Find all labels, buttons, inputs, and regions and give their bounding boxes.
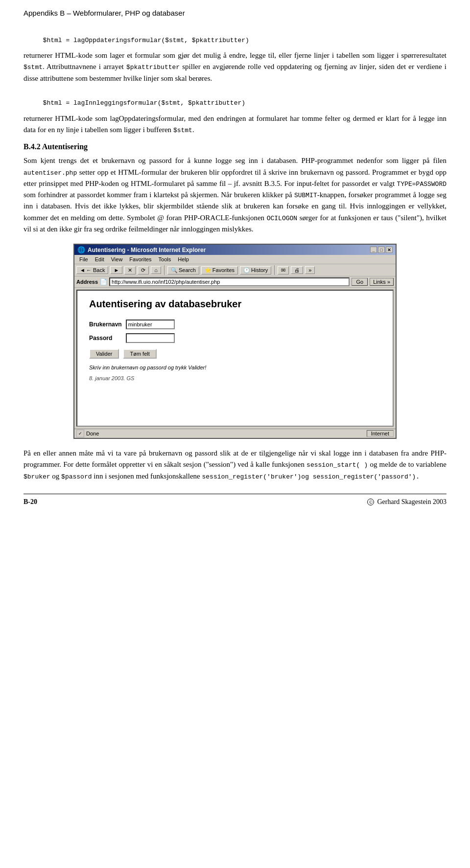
status-zone: Internet	[367, 430, 394, 437]
back-label: ← Back	[86, 267, 105, 273]
browser-content: Autentisering av databasebruker Brukerna…	[76, 290, 394, 427]
browser-titlebar: 🌐 Autentisering - Microsoft Internet Exp…	[74, 245, 396, 255]
go-button[interactable]: Go	[352, 278, 368, 286]
body-paragraph-3: Som kjent trengs det et brukernavn og pa…	[24, 155, 446, 235]
menu-tools[interactable]: Tools	[156, 256, 174, 263]
search-icon: 🔍	[171, 267, 178, 274]
form-buttons: Valider Tøm felt	[89, 349, 381, 359]
toolbar-separator-1	[164, 265, 164, 275]
help-text: Skriv inn brukernavn og passord og trykk…	[89, 365, 381, 370]
body-paragraph-4: På en eller annen måte må vi ta vare på …	[24, 448, 446, 482]
ie-icon: 🌐	[77, 246, 85, 253]
address-label: Address	[76, 279, 98, 285]
status-text: Done	[86, 431, 365, 436]
username-label: Brukernavn	[89, 318, 126, 331]
table-row: Brukernavn	[89, 318, 179, 331]
code-block-2: $html = lagInnleggingsformular($stmt, $p…	[35, 89, 446, 108]
password-label: Passord	[89, 331, 126, 345]
search-label: Search	[179, 267, 196, 273]
history-button[interactable]: 🕐 History	[240, 266, 271, 274]
back-button[interactable]: ◄ ← Back	[76, 266, 108, 274]
refresh-button[interactable]: ⟳	[138, 266, 149, 274]
browser-toolbar: ◄ ← Back ► ✕ ⟳ ⌂ 🔍 Search ⭐ Favorites 🕐 …	[74, 264, 396, 276]
login-form-table: Brukernavn Passord	[89, 318, 179, 345]
minimize-button[interactable]: _	[370, 247, 377, 253]
browser-window: 🌐 Autentisering - Microsoft Internet Exp…	[73, 244, 397, 439]
mail-button[interactable]: ✉	[278, 266, 289, 274]
password-input[interactable]	[126, 333, 175, 343]
address-bar: Address 📄 Go Links »	[74, 276, 396, 288]
browser-menubar: File Edit View Favorites Tools Help	[74, 255, 396, 264]
refresh-label: ⟳	[141, 267, 145, 274]
history-icon: 🕐	[243, 267, 250, 274]
para1-text: returnerer HTML-kode som lager et formul…	[24, 51, 446, 82]
favorites-icon: ⭐	[205, 267, 212, 274]
para2-text: returnerer HTML-kode som lagOppdaterings…	[24, 114, 446, 134]
browser-statusbar: ✓ Done Internet	[74, 429, 396, 438]
page-header: Appendiks B – Webformularer, PHP og data…	[24, 9, 446, 17]
home-button[interactable]: ⌂	[151, 266, 161, 274]
search-button[interactable]: 🔍 Search	[167, 266, 199, 274]
footer-page-number: B-20	[24, 498, 37, 506]
status-icon: ✓	[76, 430, 84, 437]
body-paragraph-1: returnerer HTML-kode som lager et formul…	[24, 50, 446, 84]
browser-title: Autentisering - Microsoft Internet Explo…	[88, 247, 206, 253]
stop-button[interactable]: ✕	[124, 266, 136, 274]
page-heading: Autentisering av databasebruker	[89, 298, 381, 310]
table-row: Passord	[89, 331, 179, 345]
menu-edit[interactable]: Edit	[92, 256, 107, 263]
titlebar-left: 🌐 Autentisering - Microsoft Internet Exp…	[77, 246, 206, 253]
stop-label: ✕	[128, 267, 132, 274]
menu-help[interactable]: Help	[175, 256, 192, 263]
history-label: History	[251, 267, 268, 273]
address-input[interactable]	[109, 277, 350, 286]
validate-button[interactable]: Valider	[89, 349, 119, 359]
forward-icon: ►	[114, 267, 119, 273]
para3-text: Som kjent trengs det et brukernavn og pa…	[24, 157, 446, 233]
links-button[interactable]: Links »	[370, 278, 394, 286]
more-button[interactable]: »	[305, 266, 315, 274]
mail-label: ✉	[281, 267, 285, 274]
forward-button[interactable]: ►	[110, 266, 122, 274]
maximize-button[interactable]: □	[378, 247, 385, 253]
code-block-1: $html = lagOppdateringsformular($stmt, $…	[35, 26, 446, 45]
window-buttons[interactable]: _ □ ✕	[370, 247, 393, 253]
footer-author: Gerhard Skagestein 2003	[377, 498, 446, 506]
clear-button[interactable]: Tøm felt	[123, 349, 156, 359]
favorites-label: Favorites	[212, 267, 235, 273]
page-footer: B-20 © Gerhard Skagestein 2003	[24, 494, 446, 506]
print-label: 🖨	[294, 267, 300, 273]
menu-file[interactable]: File	[76, 256, 91, 263]
favorites-button[interactable]: ⭐ Favorites	[201, 266, 238, 274]
menu-view[interactable]: View	[108, 256, 126, 263]
copyright-icon: ©	[367, 499, 374, 505]
body-paragraph-2: returnerer HTML-kode som lagOppdaterings…	[24, 113, 446, 136]
menu-favorites[interactable]: Favorites	[126, 256, 154, 263]
close-button[interactable]: ✕	[386, 247, 393, 253]
footer-copyright: © Gerhard Skagestein 2003	[367, 498, 446, 506]
header-text: Appendiks B – Webformularer, PHP og data…	[24, 9, 185, 17]
home-label: ⌂	[154, 267, 158, 273]
print-button[interactable]: 🖨	[291, 266, 303, 274]
para4-text: På en eller annen måte må vi ta vare på …	[24, 449, 446, 480]
page-icon: 📄	[100, 278, 107, 285]
toolbar-separator-2	[274, 265, 275, 275]
username-input[interactable]	[126, 320, 175, 329]
section-heading: B.4.2 Autentisering	[24, 142, 446, 151]
back-icon: ◄	[80, 267, 85, 273]
form-date: 8. januar 2003. GS	[89, 375, 381, 381]
